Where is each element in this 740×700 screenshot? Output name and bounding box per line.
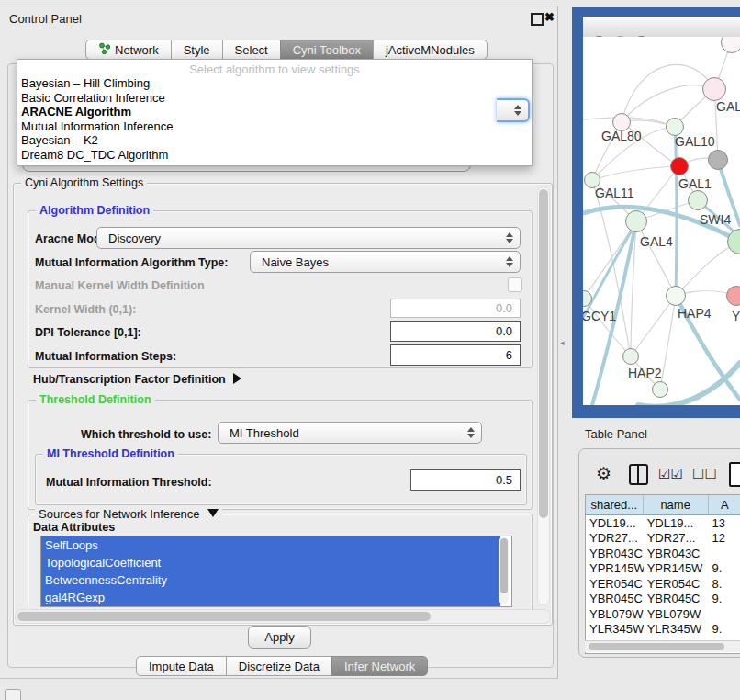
table-row[interactable]: YDR27...YDR27...12	[586, 531, 740, 547]
table-column-header[interactable]: A	[709, 495, 740, 515]
algorithm-option[interactable]: Basic Correlation Inference	[17, 91, 532, 106]
algorithm-combobox-focus-fragment[interactable]	[497, 98, 530, 122]
table-cell: YPR145W	[586, 561, 644, 577]
table-cell: 9.	[709, 592, 740, 607]
mi-steps-field[interactable]: 6	[390, 344, 521, 366]
tab-label: Network	[115, 43, 159, 57]
table-cell: YDR27...	[644, 531, 709, 547]
table-column-header[interactable]: shared...	[586, 495, 644, 515]
algorithm-option[interactable]: Bayesian – K2	[17, 133, 532, 148]
spinner-arrows-icon	[467, 427, 475, 438]
tab-network[interactable]: Network	[85, 40, 172, 60]
network-canvas[interactable]: GALGAL80GAL10GAL1GAL11SWI4GAL4HAP4YGCY1H…	[583, 37, 740, 405]
expanded-arrow-icon	[207, 509, 219, 517]
settings-vscrollbar-thumb[interactable]	[539, 189, 548, 518]
settings-hscrollbar-thumb[interactable]	[17, 612, 431, 621]
table-cell: YER054C	[586, 576, 644, 592]
node-y-partial-label: Y	[732, 309, 740, 323]
table-row[interactable]: YBR045CYBR045C9.	[586, 592, 740, 607]
table-cell	[709, 606, 740, 622]
table-row[interactable]: YBL079WYBL079W	[586, 606, 740, 622]
tab-cyni-toolbox[interactable]: Cyni Toolbox	[280, 40, 374, 60]
new-table-icon[interactable]	[729, 462, 740, 487]
aracne-mode-combobox[interactable]: Discovery	[96, 227, 521, 249]
table-cell: 13	[709, 515, 740, 531]
node-table: shared...nameA YDL19...YDL19...13YDR27..…	[585, 494, 740, 654]
float-window-icon[interactable]	[531, 13, 544, 26]
kernel-width-field[interactable]: 0.0	[390, 299, 521, 318]
table-column-header[interactable]: name	[644, 495, 709, 515]
bottom-tab-discretize-data[interactable]: Discretize Data	[226, 656, 332, 676]
table-cell: 12	[709, 531, 740, 547]
table-row[interactable]: YPR145WYPR145W9.	[586, 561, 740, 577]
node-gal1[interactable]	[670, 157, 689, 175]
settings-vertical-scrollbar[interactable]	[537, 186, 550, 605]
table-row[interactable]: YER054CYER054C8.	[586, 576, 740, 592]
algorithm-option[interactable]: Mutual Information Inference	[17, 119, 532, 134]
node-gal-partial[interactable]	[702, 77, 726, 101]
bottom-tab-impute-data[interactable]: Impute Data	[136, 656, 227, 676]
node-swi4[interactable]	[688, 190, 708, 210]
table-cell: YER054C	[644, 576, 709, 592]
attributes-list-scrollbar[interactable]	[499, 537, 509, 604]
columns-icon[interactable]	[629, 464, 648, 485]
node-gal4[interactable]	[625, 210, 647, 232]
cyni-algorithm-settings-title: Cyni Algorithm Settings	[21, 176, 147, 189]
node-unlabeled-bottom[interactable]	[652, 381, 668, 398]
algorithm-option[interactable]: Dream8 DC_TDC Algorithm	[17, 148, 532, 163]
hub-transcription-factor-label: Hub/Transcription Factor Definition	[33, 373, 226, 386]
manual-kernel-width-checkbox[interactable]	[508, 277, 522, 292]
node-gal10-label: GAL10	[675, 134, 715, 149]
control-panel-window: Control Panel ✖ NetworkStyleSelectCyni T…	[0, 6, 558, 679]
mi-threshold-field[interactable]: 0.5	[410, 469, 521, 491]
attribute-list-item[interactable]: BetweennessCentrality	[41, 571, 500, 589]
tab-select[interactable]: Select	[222, 40, 281, 60]
deselect-all-checkboxes-icon[interactable]: ☐☐	[692, 466, 717, 482]
node-y-partial[interactable]	[726, 286, 740, 306]
attribute-list-item[interactable]: SelfLoops	[41, 536, 500, 554]
algorithm-dropdown-popup: Select algorithm to view settings Bayesi…	[17, 59, 533, 166]
algorithm-option[interactable]: ARACNE Algorithm	[17, 105, 532, 119]
tab-jactivemnodules[interactable]: jActiveMNodules	[373, 40, 488, 60]
table-cell: YDR27...	[586, 531, 644, 547]
data-attributes-label: Data Attributes	[33, 521, 115, 534]
table-horizontal-scrollbar[interactable]	[585, 640, 740, 652]
kernel-width-label: Kernel Width (0,1):	[35, 303, 136, 316]
table-cell	[709, 546, 740, 561]
node-swi4-label: SWI4	[700, 212, 731, 227]
algorithm-option[interactable]: Bayesian – Hill Climbing	[17, 76, 532, 91]
attribute-list-item[interactable]: TopologicalCoefficient	[41, 554, 500, 571]
manual-kernel-width-label: Manual Kernel Width Definition	[35, 279, 205, 292]
dpi-tolerance-field[interactable]: 0.0	[390, 321, 521, 342]
bottom-tab-infer-network[interactable]: Infer Network	[331, 656, 428, 676]
node-gray[interactable]	[708, 150, 728, 170]
node-gal4-label: GAL4	[640, 234, 673, 249]
minimized-panel-button[interactable]	[5, 689, 21, 700]
node-hap4[interactable]	[666, 286, 686, 306]
panel-splitter-handle[interactable]: ◂	[560, 338, 565, 347]
which-threshold-value: MI Threshold	[230, 426, 299, 440]
table-row[interactable]: YLR345WYLR345W9.	[586, 622, 740, 638]
sources-toggle[interactable]: Sources for Network Inference	[35, 507, 222, 521]
select-all-checkboxes-icon[interactable]: ☑☑	[658, 466, 683, 482]
spinner-arrows-icon	[506, 232, 513, 243]
table-row[interactable]: YDL19...YDL19...13	[586, 515, 740, 531]
tab-style[interactable]: Style	[171, 40, 223, 60]
node-hap2[interactable]	[622, 348, 639, 365]
table-cell: YBL079W	[644, 606, 709, 622]
table-row[interactable]: YBR043CYBR043C	[586, 546, 740, 561]
control-panel-title: Control Panel	[9, 12, 82, 26]
tab-label: jActiveMNodules	[386, 43, 475, 57]
which-threshold-combobox[interactable]: MI Threshold	[218, 422, 482, 444]
table-hscrollbar-thumb[interactable]	[589, 643, 724, 650]
settings-horizontal-scrollbar[interactable]	[15, 609, 551, 624]
node-gal10[interactable]	[666, 118, 684, 136]
apply-button[interactable]: Apply	[248, 626, 311, 649]
mi-algorithm-type-combobox[interactable]: Naive Bayes	[250, 251, 521, 273]
attributes-scrollbar-thumb[interactable]	[500, 538, 508, 593]
close-icon[interactable]: ✖	[544, 10, 555, 24]
hub-transcription-factor-toggle[interactable]: Hub/Transcription Factor Definition	[33, 373, 241, 386]
node-hap4-label: HAP4	[678, 306, 712, 321]
attribute-list-item[interactable]: gal4RGexp	[41, 589, 500, 606]
gear-icon[interactable]: ⚙	[596, 463, 611, 484]
